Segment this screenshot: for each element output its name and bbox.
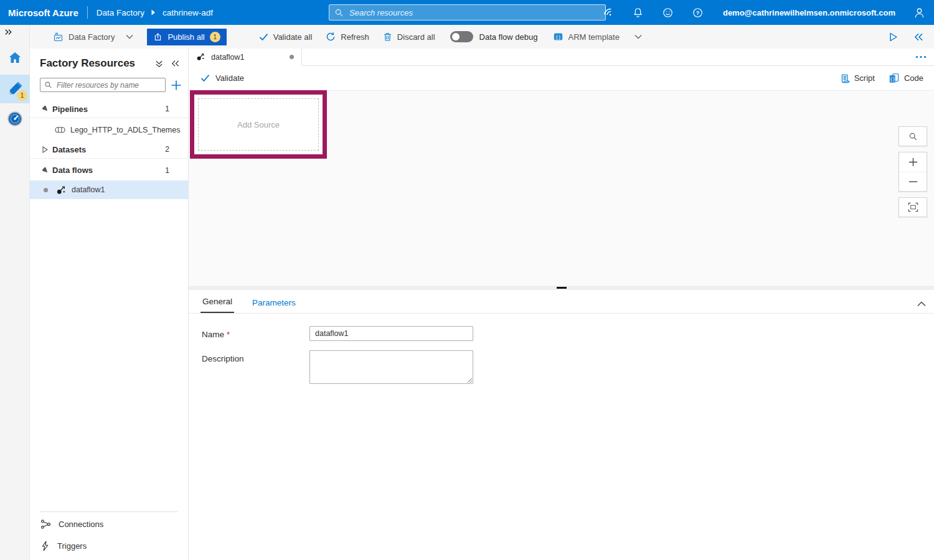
help-button[interactable]: ?: [683, 0, 713, 25]
breadcrumb-arrow-icon: [151, 9, 156, 16]
factory-selector[interactable]: Data Factory: [53, 32, 133, 42]
tree-item-pipeline[interactable]: Lego_HTTP_to_ADLS_Themes: [30, 121, 188, 139]
dataflow-item-label: dataflow1: [72, 185, 105, 194]
publish-upload-icon: [153, 32, 163, 42]
validate-all-button[interactable]: Validate all: [259, 32, 313, 42]
search-input[interactable]: [348, 7, 600, 18]
collapse-properties-button[interactable]: [917, 301, 926, 307]
canvas-search-button[interactable]: [899, 127, 927, 146]
publish-all-button[interactable]: Publish all 1: [147, 29, 226, 45]
connections-icon: [40, 519, 51, 530]
canvas-search-control: [899, 126, 927, 146]
factory-icon: [53, 32, 64, 42]
add-source-label: Add Source: [237, 120, 280, 129]
tree-item-dataflow1[interactable]: dataflow1: [30, 180, 188, 199]
tab-dataflow1[interactable]: dataflow1: [189, 49, 302, 66]
account-person-button[interactable]: [904, 0, 934, 25]
resource-filter[interactable]: [40, 78, 166, 92]
global-search[interactable]: [329, 4, 606, 21]
command-toolbar: Data Factory Publish all 1 Validate all …: [30, 25, 934, 49]
zoom-out-button[interactable]: [899, 172, 927, 191]
resources-footer: Connections Triggers: [30, 511, 188, 556]
svg-text:{ }: { }: [556, 35, 560, 40]
section-label: Datasets: [52, 145, 86, 154]
code-button[interactable]: { } Code: [889, 73, 923, 83]
rail-monitor-button[interactable]: [0, 105, 30, 133]
dataflow-debug-label: Data flow debug: [479, 32, 538, 42]
name-label: Name: [202, 330, 224, 339]
more-tabs-button[interactable]: [915, 49, 934, 65]
toggle-knob: [452, 33, 460, 40]
validate-all-label: Validate all: [273, 32, 313, 42]
discard-all-button[interactable]: Discard all: [383, 32, 435, 42]
editor-area: dataflow1 Validate Script: [189, 49, 934, 560]
required-marker: *: [227, 330, 230, 339]
check-icon: [200, 74, 210, 82]
add-resource-button[interactable]: [171, 80, 182, 91]
description-input[interactable]: [309, 350, 473, 384]
name-input[interactable]: [309, 326, 473, 341]
validate-button[interactable]: Validate: [200, 73, 244, 83]
collapse-all-icon[interactable]: [155, 60, 163, 68]
rail-author-button[interactable]: 1: [0, 75, 30, 103]
triggers-button[interactable]: Triggers: [30, 536, 188, 556]
section-label: Data flows: [52, 166, 93, 175]
arm-template-menu[interactable]: { } ARM template: [553, 32, 642, 42]
zoom-in-button[interactable]: [899, 152, 927, 172]
script-scroll-icon: [839, 73, 849, 83]
rail-home-button[interactable]: [0, 44, 30, 72]
section-label: Pipelines: [52, 105, 88, 114]
azure-brand[interactable]: Microsoft Azure: [0, 7, 78, 18]
add-source-highlight-annotation: Add Source: [190, 90, 327, 159]
feedback-smiley-button[interactable]: [653, 0, 683, 25]
zoom-to-fit-button[interactable]: [899, 198, 927, 217]
tab-label: dataflow1: [211, 53, 245, 62]
connections-label: Connections: [59, 520, 103, 529]
breadcrumb-app[interactable]: Data Factory: [97, 8, 144, 17]
topbar-right-cluster: ? demo@cathrinewilhelmsen.onmicrosoft.co…: [593, 0, 934, 25]
notifications-signal-button[interactable]: [593, 0, 623, 25]
drag-handle-icon[interactable]: [557, 287, 567, 289]
footer-divider: [40, 511, 178, 512]
section-count: 2: [165, 145, 179, 154]
dataflow-debug-toggle[interactable]: [450, 31, 473, 42]
tree-section-dataflows[interactable]: Data flows 1: [30, 161, 188, 179]
svg-text:{ }: { }: [890, 77, 895, 82]
tab-general[interactable]: General: [200, 297, 234, 313]
section-count: 1: [165, 105, 179, 113]
refresh-label: Refresh: [341, 32, 369, 42]
tree-section-pipelines[interactable]: Pipelines 1: [30, 100, 188, 118]
caret-expanded-icon[interactable]: [42, 106, 52, 112]
code-label: Code: [904, 73, 923, 83]
unsaved-dot-icon: [290, 55, 294, 59]
arm-template-label: ARM template: [568, 32, 620, 42]
play-trigger-icon[interactable]: [889, 32, 898, 42]
script-button[interactable]: Script: [839, 73, 875, 83]
home-icon: [7, 50, 22, 65]
gauge-icon: [7, 111, 23, 127]
collapse-right-panel-icon[interactable]: [914, 33, 923, 41]
caret-collapsed-icon[interactable]: [42, 146, 52, 153]
breadcrumb-instance[interactable]: cathrinew-adf: [163, 8, 213, 17]
chevron-down-icon: [126, 34, 133, 39]
dataflow-canvas[interactable]: Add Source: [189, 91, 934, 285]
description-field-row: Description: [202, 354, 244, 363]
pipeline-icon: [55, 125, 65, 134]
connections-button[interactable]: Connections: [30, 514, 188, 534]
panel-splitter[interactable]: [189, 286, 934, 290]
tree-section-datasets[interactable]: Datasets 2: [30, 141, 188, 159]
filter-search-icon: [44, 81, 52, 89]
resource-filter-input[interactable]: [55, 80, 161, 90]
refresh-button[interactable]: Refresh: [326, 32, 369, 42]
alerts-bell-button[interactable]: [623, 0, 653, 25]
canvas-zoom-control: [899, 152, 927, 192]
expand-rail-button[interactable]: [0, 25, 29, 39]
collapse-panel-icon[interactable]: [171, 60, 179, 67]
tab-parameters[interactable]: Parameters: [250, 298, 298, 313]
triggers-bolt-icon: [40, 541, 50, 551]
caret-expanded-icon[interactable]: [42, 167, 52, 174]
unsaved-dot-icon: [44, 188, 48, 192]
plus-icon: [908, 157, 918, 167]
add-source-button[interactable]: Add Source: [198, 98, 319, 151]
account-email[interactable]: demo@cathrinewilhelmsen.onmicrosoft.com: [723, 8, 895, 17]
